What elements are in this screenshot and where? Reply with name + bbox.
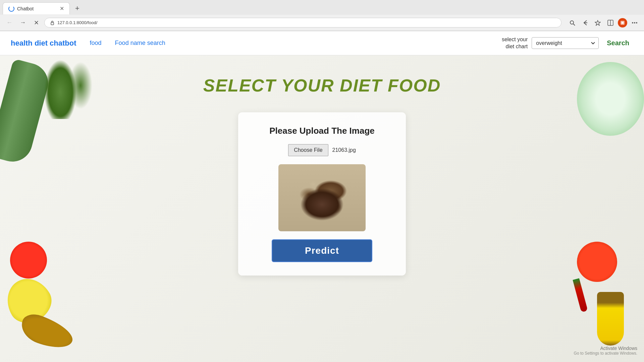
- split-screen-button[interactable]: [605, 17, 616, 28]
- food-image-container: [278, 164, 366, 231]
- diet-chart-label: select yourdiet chart: [502, 36, 528, 50]
- file-name-display: 21063.jpg: [332, 147, 356, 153]
- magnify-icon: [569, 20, 575, 26]
- watermark-line1: Activate Windows: [574, 346, 637, 351]
- upload-label: Please Upload The Image: [269, 126, 375, 136]
- svg-point-10: [636, 22, 637, 23]
- svg-rect-7: [622, 22, 624, 24]
- share-icon: [582, 20, 588, 26]
- tab-close-button[interactable]: ✕: [60, 5, 64, 12]
- diet-chart-section: select yourdiet chart overweight underwe…: [502, 36, 633, 50]
- split-icon: [607, 20, 613, 26]
- svg-line-2: [573, 24, 575, 25]
- browser-tab[interactable]: Chatbot ✕: [3, 2, 70, 14]
- food-name-search-link[interactable]: Food name search: [115, 40, 165, 47]
- content-area: SELECT YOUR DIET FOOD Please Upload The …: [0, 55, 644, 276]
- svg-point-9: [634, 22, 635, 23]
- star-icon: [595, 20, 601, 26]
- nav-bar: ← → ✕ 127.0.0.1:8000/food/: [0, 15, 644, 31]
- svg-point-8: [632, 22, 633, 23]
- chili-decoration: [573, 278, 588, 312]
- lock-icon: [50, 20, 55, 25]
- food-image: [278, 164, 366, 231]
- svg-marker-3: [595, 20, 600, 25]
- svg-point-1: [570, 21, 574, 24]
- share-icon-button[interactable]: [580, 17, 590, 28]
- new-tab-button[interactable]: +: [72, 3, 82, 14]
- diet-chart-select[interactable]: overweight underweight normal: [532, 37, 599, 49]
- choose-file-button[interactable]: Choose File: [288, 144, 328, 156]
- ginger-decoration: [17, 310, 77, 354]
- ellipsis-icon: [632, 20, 638, 26]
- address-text: 127.0.0.1:8000/food/: [57, 20, 97, 25]
- page-title: SELECT YOUR DIET FOOD: [203, 75, 441, 96]
- app-navbar: health diet chatbot food Food name searc…: [0, 31, 644, 55]
- watermark-line2: Go to Settings to activate Windows.: [574, 351, 637, 356]
- food-nav-link[interactable]: food: [90, 40, 102, 47]
- nav-icons: [567, 17, 640, 28]
- lemon-decoration: [0, 270, 58, 330]
- tab-title: Chatbot: [17, 6, 34, 11]
- background-area: SELECT YOUR DIET FOOD Please Upload The …: [0, 55, 644, 362]
- predict-button[interactable]: Predict: [272, 239, 372, 262]
- search-button[interactable]: Search: [603, 37, 633, 49]
- file-input-row: Choose File 21063.jpg: [288, 144, 356, 156]
- profile-avatar[interactable]: [618, 18, 627, 27]
- upload-card: Please Upload The Image Choose File 2106…: [238, 112, 406, 276]
- windows-watermark: Activate Windows Go to Settings to activ…: [574, 346, 637, 356]
- browser-chrome: Chatbot ✕ + ← → ✕ 127.0.0.1:8000/food/: [0, 0, 644, 31]
- app-container: health diet chatbot food Food name searc…: [0, 31, 644, 362]
- reload-button[interactable]: ✕: [31, 17, 42, 28]
- corn-decoration: [597, 292, 624, 346]
- forward-button[interactable]: →: [17, 17, 28, 28]
- menu-button[interactable]: [629, 17, 640, 28]
- back-button[interactable]: ←: [4, 17, 15, 28]
- search-icon-button[interactable]: [567, 17, 578, 28]
- extensions-icon: [620, 20, 625, 25]
- brand-link[interactable]: health diet chatbot: [11, 39, 76, 48]
- tab-bar: Chatbot ✕ +: [0, 0, 644, 15]
- address-bar[interactable]: 127.0.0.1:8000/food/: [44, 18, 561, 27]
- svg-rect-0: [51, 22, 54, 25]
- bookmark-icon-button[interactable]: [592, 17, 603, 28]
- tab-loading-spinner: [8, 6, 14, 12]
